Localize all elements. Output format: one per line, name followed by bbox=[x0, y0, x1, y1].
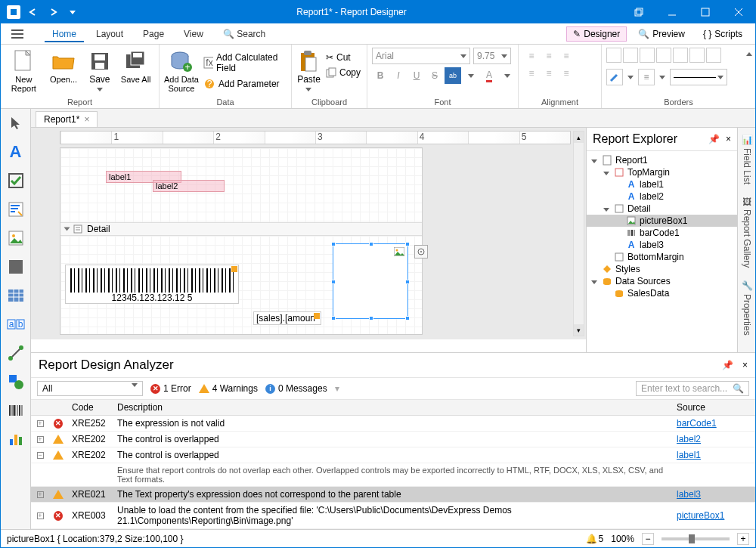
tool-table[interactable] bbox=[5, 284, 27, 307]
font-color-down[interactable] bbox=[499, 67, 516, 84]
tool-richtext[interactable] bbox=[5, 198, 27, 221]
add-data-source-button[interactable]: +Add Data Source bbox=[164, 48, 199, 93]
close-button[interactable] bbox=[722, 1, 755, 23]
tool-picturebox[interactable] bbox=[5, 227, 27, 249]
border-width-down[interactable] bbox=[658, 69, 667, 85]
app-icon[interactable] bbox=[5, 4, 22, 20]
analyzer-row-selected[interactable]: + XRE021The Text property's expression d… bbox=[31, 487, 755, 503]
cut-button[interactable]: ✂Cut bbox=[324, 51, 362, 64]
font-color-button[interactable]: A bbox=[481, 67, 497, 84]
filter-errors[interactable]: ✕1 Error bbox=[150, 383, 191, 394]
tool-line[interactable] bbox=[5, 342, 27, 364]
pin-icon[interactable]: 📌 bbox=[708, 134, 720, 144]
document-tab[interactable]: Report1* × bbox=[36, 111, 98, 127]
new-report-button[interactable]: New Report bbox=[5, 48, 42, 93]
underline-button[interactable]: U bbox=[408, 67, 425, 84]
scripts-icon: { } bbox=[703, 29, 711, 39]
close-tab-icon[interactable]: × bbox=[84, 114, 89, 125]
border-style-combo[interactable] bbox=[670, 69, 727, 85]
band-topmargin[interactable]: label1 label2 bbox=[60, 148, 422, 222]
minimize-button[interactable] bbox=[655, 1, 689, 23]
tab-properties[interactable]: 🔧Properties bbox=[742, 280, 752, 336]
mode-scripts[interactable]: { } Scripts bbox=[696, 26, 749, 42]
tool-character-comb[interactable]: ab bbox=[5, 313, 27, 336]
explorer-tree[interactable]: Report1 TopMargin Alabel1 Alabel2 Detail… bbox=[587, 151, 737, 302]
control-label2[interactable]: label2 bbox=[153, 180, 225, 192]
analyzer-row[interactable]: +✕ XRE252The expression is not validbarC… bbox=[31, 416, 755, 432]
status-alerts[interactable]: 🔔5 bbox=[586, 534, 604, 544]
border-color-button[interactable] bbox=[606, 69, 623, 85]
menu-search[interactable]: 🔍 Search bbox=[215, 26, 273, 42]
paste-button[interactable]: Paste bbox=[296, 48, 321, 93]
maximize-button[interactable] bbox=[689, 1, 722, 23]
svg-point-58 bbox=[396, 249, 398, 252]
tool-barcode[interactable] bbox=[5, 399, 27, 422]
undo-button[interactable] bbox=[25, 4, 42, 20]
control-barcode1[interactable]: 12345.123.123.12 5 bbox=[65, 265, 239, 304]
save-button[interactable]: Save bbox=[85, 48, 114, 93]
open-button[interactable]: Open... bbox=[45, 48, 82, 84]
filter-messages[interactable]: i0 Messages bbox=[265, 383, 327, 394]
analyzer-row[interactable]: + XRE202The control is overlappedlabel2 bbox=[31, 432, 755, 447]
zoom-slider[interactable] bbox=[662, 537, 730, 540]
border-width-button[interactable]: ≡ bbox=[638, 69, 655, 85]
vertical-scrollbar[interactable]: ▴▾ bbox=[573, 131, 584, 336]
strike-button[interactable]: S bbox=[426, 67, 443, 84]
tool-label[interactable]: A bbox=[5, 141, 27, 163]
file-menu-button[interactable] bbox=[7, 26, 28, 42]
tool-shape[interactable] bbox=[5, 370, 27, 393]
qat-customize[interactable] bbox=[64, 4, 81, 20]
analyzer-scope-combo[interactable]: All bbox=[37, 381, 143, 396]
analyzer-pin[interactable]: 📌 bbox=[722, 360, 733, 370]
band-detail[interactable]: 12345.123.123.12 5 [sales].[amoun bbox=[60, 236, 422, 334]
band-icon bbox=[73, 224, 82, 234]
analyzer-close[interactable]: × bbox=[742, 360, 748, 370]
menu-home[interactable]: Home bbox=[45, 26, 84, 42]
bold-button[interactable]: B bbox=[372, 67, 389, 84]
italic-button[interactable]: I bbox=[390, 67, 407, 84]
tab-report-gallery[interactable]: 🖼Report Gallery bbox=[742, 197, 752, 268]
filter-funnel-icon[interactable]: ▾ bbox=[335, 383, 339, 394]
add-calc-field-button[interactable]: fxAdd Calculated Field bbox=[202, 51, 287, 75]
tool-checkbox[interactable] bbox=[5, 169, 27, 192]
ribbon-collapse[interactable] bbox=[746, 48, 752, 58]
save-all-button[interactable]: Save All bbox=[117, 48, 154, 84]
copy-button[interactable]: Copy bbox=[324, 66, 362, 79]
border-color-down[interactable] bbox=[626, 69, 635, 85]
tree-picturebox1[interactable]: pictureBox1 bbox=[587, 215, 737, 227]
title-bar: Report1* - Report Designer bbox=[1, 1, 755, 23]
control-label3[interactable]: [sales].[amoun bbox=[253, 311, 321, 325]
mode-preview[interactable]: 🔍 Preview bbox=[631, 26, 692, 42]
band-detail-header[interactable]: Detail bbox=[60, 222, 422, 236]
menu-page[interactable]: Page bbox=[135, 26, 172, 42]
redo-button[interactable] bbox=[45, 4, 61, 20]
tool-panel[interactable] bbox=[5, 255, 27, 278]
highlight-button[interactable]: ab bbox=[445, 67, 461, 84]
filter-warnings[interactable]: 4 Warnings bbox=[199, 383, 258, 394]
tab-field-list[interactable]: 📊Field List bbox=[742, 134, 752, 184]
highlight-down[interactable] bbox=[463, 67, 479, 84]
tool-chart[interactable] bbox=[5, 428, 27, 450]
zoom-in-button[interactable]: + bbox=[737, 533, 749, 545]
control-picturebox1[interactable] bbox=[333, 243, 408, 319]
group-alignment-label: Alignment bbox=[523, 96, 596, 108]
zoom-out-button[interactable]: − bbox=[642, 533, 654, 545]
group-borders-label: Borders bbox=[606, 96, 751, 108]
font-size-combo[interactable]: 9.75 bbox=[473, 48, 511, 64]
menu-view[interactable]: View bbox=[176, 26, 211, 42]
alignment-grid[interactable]: ≡≡≡ ≡≡≡ bbox=[523, 48, 575, 82]
analyzer-row[interactable]: +✕ XRE003Unable to load the content from… bbox=[31, 503, 755, 529]
menu-layout[interactable]: Layout bbox=[88, 26, 131, 42]
tool-pointer[interactable] bbox=[5, 112, 27, 135]
svg-rect-4 bbox=[702, 8, 709, 16]
close-panel-icon[interactable]: × bbox=[726, 134, 731, 144]
smart-tag-button[interactable] bbox=[414, 245, 428, 259]
analyzer-row[interactable]: − XRE202The control is overlappedlabel1 bbox=[31, 447, 755, 463]
add-parameter-button[interactable]: ?Add Parameter bbox=[202, 76, 287, 91]
analyzer-search[interactable]: Enter text to search...🔍 bbox=[636, 381, 749, 396]
design-canvas[interactable]: 1 2 3 4 5 label1 label2 bbox=[31, 128, 586, 339]
border-presets[interactable] bbox=[606, 48, 721, 63]
mode-designer[interactable]: ✎ Designer bbox=[566, 26, 627, 42]
restore-down-alt-button[interactable] bbox=[622, 1, 655, 23]
font-name-combo[interactable]: Arial bbox=[372, 48, 470, 64]
